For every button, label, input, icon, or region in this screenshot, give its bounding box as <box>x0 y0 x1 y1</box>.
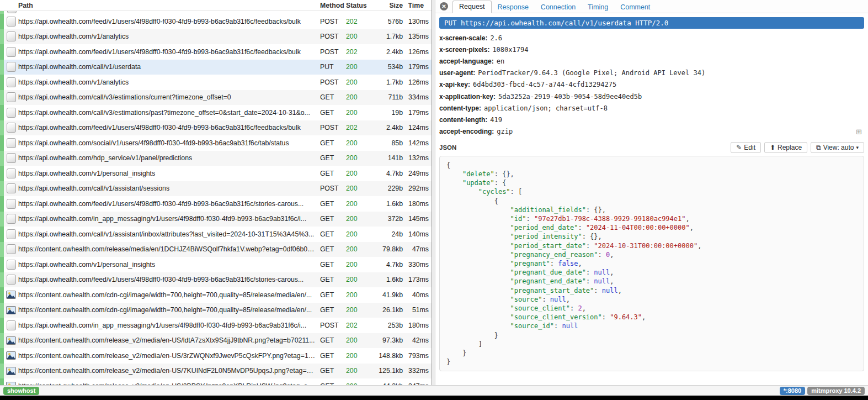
code-line: "period_end_date": "2024-11-04T00:00:00+… <box>446 223 857 232</box>
json-body-viewer[interactable]: { "delete": {}, "update": { "cycles": [ … <box>439 156 864 372</box>
flow-status: 200 <box>346 170 371 177</box>
column-header-path[interactable]: Path <box>18 2 320 9</box>
tab-response[interactable]: Response <box>492 2 535 13</box>
header-name: x-api-key: <box>439 81 470 88</box>
marker-stripe <box>0 90 4 106</box>
document-icon <box>7 275 16 285</box>
table-row[interactable]: https://content.owhealth.com/release_v2/… <box>0 378 432 385</box>
table-row[interactable]: https://api.owhealth.com/hdp_service/v1/… <box>0 151 432 166</box>
table-row[interactable]: https://api.owhealth.com/social/v1/users… <box>0 135 432 151</box>
document-icon <box>7 138 16 148</box>
tab-comment[interactable]: Comment <box>614 2 656 13</box>
tab-timing[interactable]: Timing <box>582 2 614 13</box>
flow-time: 130ms <box>403 18 432 25</box>
document-icon <box>7 244 16 254</box>
flow-method: GET <box>320 154 346 162</box>
close-icon[interactable]: ✕ <box>440 2 448 10</box>
showhost-option-badge[interactable]: showhost <box>3 387 39 395</box>
table-row[interactable]: https://api.owhealth.com/call/v3/estimat… <box>0 105 432 120</box>
table-row[interactable]: https://api.owhealth.com/v1/personal_ins… <box>0 257 432 272</box>
table-row[interactable]: https://content.owhealth.com/release_v2/… <box>0 364 432 379</box>
view-mode-button[interactable]: ⧉ View: auto ▾ <box>811 142 864 153</box>
table-row[interactable]: https://api.owhealth.com/in_app_messagin… <box>0 212 432 227</box>
table-row[interactable]: https://api.owhealth.com/call/v1/assista… <box>0 181 432 197</box>
flow-method: GET <box>320 276 346 283</box>
code-line: "delete": {}, <box>446 170 857 178</box>
flow-method: POST <box>320 78 346 86</box>
header-name: user-agent: <box>439 69 475 77</box>
header-row[interactable]: x-api-key:6d4bd303-fbcd-4c57-a744-4cfd13… <box>439 79 864 91</box>
flow-type-icon <box>4 17 18 27</box>
marker-stripe <box>0 151 4 166</box>
flow-path: https://api.owhealth.com/feed/v1/users/4… <box>18 276 320 283</box>
marker-stripe <box>0 75 4 90</box>
flow-status: 200 <box>346 367 371 375</box>
table-row[interactable]: https://api.owhealth.com/call/v1/userdat… <box>0 60 432 75</box>
flow-size: 1.6kb <box>371 200 403 208</box>
column-header-method[interactable]: Method <box>320 2 346 9</box>
tab-request[interactable]: Request <box>452 1 492 13</box>
detail-tab-bar: ✕ RequestResponseConnectionTimingComment <box>435 0 868 13</box>
flow-path: https://content.owhealth.com/release_v2/… <box>18 382 320 385</box>
flow-status: 200 <box>346 306 371 314</box>
table-row[interactable]: https://api.owhealth.com/feed/v1/users/4… <box>0 196 432 212</box>
image-icon <box>6 382 16 385</box>
request-first-line[interactable]: PUT https://api.owhealth.com/call/v1/use… <box>439 17 864 29</box>
header-row[interactable]: content-type:application/json; charset=u… <box>439 102 864 114</box>
header-row[interactable]: x-application-key:5da3252a-2919-403b-905… <box>439 91 864 102</box>
flow-path: https://content.owhealth.com/release/med… <box>18 245 320 253</box>
marker-stripe <box>0 303 4 318</box>
header-name: content-type: <box>439 104 481 112</box>
flow-path: https://api.owhealth.com/v1/personal_ins… <box>18 261 320 269</box>
flow-type-icon <box>4 275 18 285</box>
flow-path: https://content.owhealth.com/cdn-cgi/ima… <box>18 306 320 314</box>
marker-stripe <box>0 333 4 349</box>
document-icon <box>7 183 16 193</box>
partial-scrolled-row[interactable] <box>0 11 432 14</box>
flow-status: 200 <box>346 200 371 208</box>
table-row[interactable]: https://content.owhealth.com/release_v2/… <box>0 333 432 349</box>
marker-stripe <box>0 348 4 364</box>
table-row[interactable]: https://content.owhealth.com/cdn-cgi/ima… <box>0 287 432 303</box>
header-row[interactable]: user-agent:PeriodTracker/9.64.3 (Google … <box>439 67 864 79</box>
table-row[interactable]: https://api.owhealth.com/feed/v1/users/4… <box>0 272 432 288</box>
column-header-size[interactable]: Size <box>371 2 403 9</box>
table-row[interactable]: https://api.owhealth.com/feed/v1/users/4… <box>0 14 432 29</box>
header-row[interactable]: accept-language:en <box>439 55 864 67</box>
header-row[interactable]: x-screen-scale:2.6 <box>439 32 864 44</box>
column-header-time[interactable]: Time <box>403 2 432 9</box>
replace-button-label: Replace <box>778 144 802 151</box>
table-row[interactable]: https://api.owhealth.com/feed/v1/users/4… <box>0 44 432 60</box>
flow-method: PUT <box>320 63 346 71</box>
column-header-status[interactable]: Status <box>346 2 371 9</box>
flow-time: 332ms <box>403 367 432 375</box>
edit-button[interactable]: ✎ Edit <box>731 142 761 153</box>
marker-stripe <box>0 212 4 227</box>
table-row[interactable]: https://api.owhealth.com/feed/v1/users/4… <box>0 120 432 136</box>
table-row[interactable]: https://api.owhealth.com/call/v3/estimat… <box>0 90 432 106</box>
table-row[interactable]: https://api.owhealth.com/v1/analytics PO… <box>0 29 432 45</box>
chevron-down-icon: ▾ <box>856 145 859 150</box>
flow-size: 148.8kb <box>371 352 403 360</box>
marker-stripe <box>0 60 4 75</box>
flow-path: https://api.owhealth.com/call/v3/estimat… <box>18 109 320 117</box>
proxy-port-badge[interactable]: *:8080 <box>780 387 805 395</box>
table-row[interactable]: https://api.owhealth.com/call/v1/assista… <box>0 227 432 242</box>
document-icon <box>7 260 16 270</box>
flow-size: 253b <box>371 322 403 329</box>
table-row[interactable]: https://api.owhealth.com/v1/personal_ins… <box>0 166 432 181</box>
flow-method: GET <box>320 306 346 314</box>
flow-method: POST <box>320 124 346 131</box>
add-header-icon[interactable]: ⊞ <box>856 128 862 136</box>
table-row[interactable]: https://api.owhealth.com/v1/analytics PO… <box>0 75 432 90</box>
replace-button[interactable]: ⬆ Replace <box>764 142 807 153</box>
table-row[interactable]: https://api.owhealth.com/in_app_messagin… <box>0 318 432 333</box>
header-row[interactable]: content-length:419 <box>439 114 864 125</box>
header-row[interactable]: accept-encoding:gzip <box>439 126 864 138</box>
table-row[interactable]: https://content.owhealth.com/release_v2/… <box>0 348 432 364</box>
table-row[interactable]: https://content.owhealth.com/cdn-cgi/ima… <box>0 303 432 318</box>
table-row[interactable]: https://content.owhealth.com/release/med… <box>0 242 432 257</box>
header-row[interactable]: x-screen-pixels:1080x1794 <box>439 44 864 55</box>
code-line: "source_client_version": "9.64.3", <box>446 313 857 322</box>
tab-connection[interactable]: Connection <box>535 2 582 13</box>
